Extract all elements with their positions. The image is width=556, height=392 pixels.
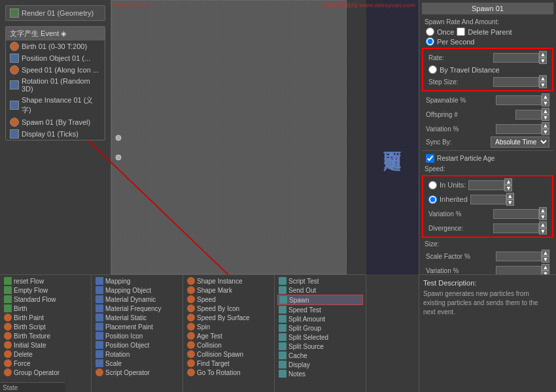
in-units-up[interactable]: ▲	[504, 178, 512, 185]
list-item[interactable]: Find Target	[186, 359, 271, 368]
size-variation-spinbox: 0.0 ▲ ▼	[496, 264, 549, 274]
list-item[interactable]: Collision	[186, 340, 271, 350]
canvas-area[interactable]	[111, 0, 347, 274]
list-item[interactable]: Scale	[94, 359, 180, 368]
inherited-input[interactable]: 0.0	[470, 195, 506, 204]
list-item[interactable]: Split Source	[277, 342, 363, 351]
list-item[interactable]: Speed By Icon	[186, 304, 271, 313]
delete-parent-checkbox[interactable]	[457, 27, 465, 36]
list-item[interactable]: Notes	[277, 369, 363, 378]
inherited-label: Inherited	[440, 195, 468, 203]
divergence-down[interactable]: ▼	[539, 228, 547, 235]
list-item[interactable]: Placement Paint	[94, 322, 180, 331]
list-item[interactable]: Speed By Surface	[186, 313, 271, 322]
inherited-radio[interactable]	[428, 195, 437, 204]
divergence-up[interactable]: ▲	[539, 221, 547, 228]
render-node[interactable]: Render 01 (Geometry)	[5, 5, 105, 21]
spawnable-up[interactable]: ▲	[542, 93, 549, 100]
list-item[interactable]: Standard Flow	[3, 295, 88, 304]
scale-factor-input[interactable]: 100.0	[496, 252, 542, 261]
material-static-icon	[96, 314, 103, 321]
size-var-up[interactable]: ▲	[542, 264, 549, 270]
list-item[interactable]: Speed Test	[277, 305, 363, 314]
speed-var-down[interactable]: ▼	[539, 214, 547, 220]
list-item[interactable]: Force	[3, 359, 88, 368]
list-item[interactable]: Initial State	[3, 340, 88, 350]
list-item[interactable]: Position Icon	[94, 331, 180, 340]
step-size-input[interactable]: 20.0mm	[493, 77, 539, 87]
event-item-rotation[interactable]: Rotation 01 (Random 3D)	[6, 76, 105, 94]
list-item[interactable]: Collision Spawn	[186, 350, 271, 359]
list-item[interactable]: Shape Mark	[186, 286, 271, 295]
list-item[interactable]: Split Selected	[277, 333, 363, 342]
in-units-down[interactable]: ▼	[504, 185, 512, 191]
list-item[interactable]: Cache	[277, 351, 363, 360]
event-item-position[interactable]: Position Object 01 (...	[6, 52, 105, 64]
list-item[interactable]: Group Operator	[3, 368, 88, 377]
spawn-icon	[10, 118, 19, 127]
list-item[interactable]: Split Amount	[277, 314, 363, 323]
list-item[interactable]: Script Test	[277, 276, 363, 286]
rate-up-btn[interactable]: ▲	[539, 51, 547, 57]
offspring-input[interactable]: 1	[515, 110, 542, 120]
list-item[interactable]: Material Dynamic	[94, 295, 180, 304]
speed-variation-input[interactable]: 0.0	[493, 209, 539, 219]
list-item[interactable]: Spin	[186, 322, 271, 331]
list-item[interactable]: Age Test	[186, 331, 271, 340]
scale-up[interactable]: ▲	[542, 250, 549, 256]
event-item-speed[interactable]: Speed 01 (Along Icon ...	[6, 64, 105, 76]
variation-up[interactable]: ▲	[542, 122, 549, 129]
offspring-down[interactable]: ▼	[542, 114, 549, 121]
scale-down[interactable]: ▼	[542, 256, 549, 263]
list-item[interactable]: Delete	[3, 350, 88, 359]
list-item[interactable]: Rotation	[94, 350, 180, 359]
variation-input[interactable]: 0.0	[496, 124, 542, 134]
offspring-up[interactable]: ▲	[542, 108, 549, 114]
list-item[interactable]: Script Operator	[94, 368, 180, 377]
list-item[interactable]: Birth	[3, 304, 88, 313]
inherited-down[interactable]: ▼	[506, 199, 514, 206]
list-item[interactable]: Speed	[186, 295, 271, 304]
step-up-btn[interactable]: ▲	[539, 75, 547, 82]
rate-down-btn[interactable]: ▼	[539, 57, 547, 64]
list-item[interactable]: Go To Rotation	[186, 368, 271, 377]
rate-input[interactable]: 10.0	[493, 53, 539, 63]
event-item-birth[interactable]: Birth 01 (0-30 T:200)	[6, 41, 105, 52]
list-item[interactable]: Send Out	[277, 286, 363, 295]
list-item[interactable]: Material Static	[94, 313, 180, 322]
inherited-up[interactable]: ▲	[506, 193, 514, 199]
per-second-radio[interactable]	[426, 37, 434, 46]
in-units-radio[interactable]	[428, 181, 437, 189]
divergence-input[interactable]: 20.0	[493, 223, 539, 233]
list-item[interactable]: Position Object	[94, 340, 180, 350]
restart-age-checkbox[interactable]	[426, 154, 434, 163]
list-item[interactable]: Birth Texture	[3, 331, 88, 340]
spawnable-input[interactable]: 100.0	[496, 95, 542, 105]
by-travel-radio[interactable]	[428, 65, 437, 74]
notes-icon	[279, 370, 287, 378]
size-variation-input[interactable]: 0.0	[496, 266, 542, 275]
speed-var-up[interactable]: ▲	[539, 207, 547, 214]
once-radio[interactable]	[426, 27, 434, 36]
spawn-list-item[interactable]: Spawn	[277, 295, 363, 305]
spawnable-down[interactable]: ▼	[542, 100, 549, 106]
birth-texture-icon	[4, 332, 12, 340]
event-item-display[interactable]: Display 01 (Ticks)	[6, 128, 105, 140]
list-item[interactable]: Split Group	[277, 323, 363, 333]
variation-down[interactable]: ▼	[542, 129, 549, 135]
list-item[interactable]: Birth Paint	[3, 313, 88, 322]
list-item[interactable]: Shape Instance	[186, 276, 271, 286]
step-down-btn[interactable]: ▼	[539, 82, 547, 88]
event-item-spawn[interactable]: Spawn 01 (By Travel)	[6, 116, 105, 128]
sync-select[interactable]: Absolute Time Event Duration	[491, 137, 549, 148]
list-item[interactable]: Birth Script	[3, 322, 88, 331]
list-item[interactable]: Display	[277, 360, 363, 369]
list-item[interactable]: Mapping Object	[94, 286, 180, 295]
list-item[interactable]: Material Frequency	[94, 304, 180, 313]
in-units-input[interactable]: 100.0mm	[468, 180, 504, 190]
list-item[interactable]: Mapping	[94, 276, 180, 286]
list-item[interactable]: reset Flow	[3, 276, 88, 286]
empty-flow-icon	[4, 286, 12, 294]
list-item[interactable]: Empty Flow	[3, 286, 88, 295]
event-item-shape[interactable]: Shape Instance 01 (义字)	[6, 94, 105, 116]
